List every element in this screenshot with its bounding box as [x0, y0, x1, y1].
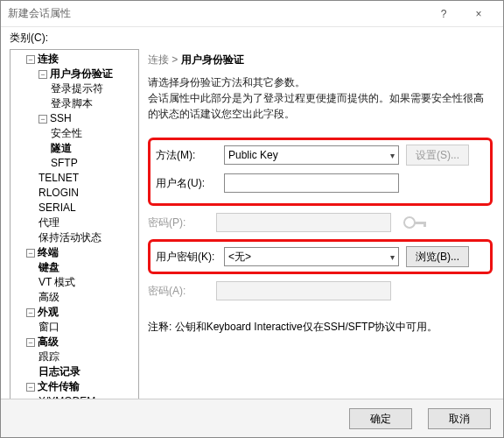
tree-advanced-t[interactable]: 高级 — [38, 290, 136, 305]
tree-vt[interactable]: VT 模式 — [38, 275, 136, 290]
chevron-down-icon: ▾ — [390, 252, 395, 262]
expander-icon[interactable]: − — [26, 338, 35, 347]
category-tree[interactable]: −连接 −用户身份验证 登录提示符 登录脚本 −SSH 安全性 隧道 SFTP — [10, 49, 139, 415]
userkey-value: <无> — [228, 250, 251, 265]
setup-button: 设置(S)... — [406, 145, 469, 166]
tree-telnet[interactable]: TELNET — [38, 171, 136, 186]
tree-connection[interactable]: 连接 — [38, 53, 59, 65]
tree-appearance[interactable]: 外观 — [38, 306, 59, 318]
tree-userauth[interactable]: 用户身份验证 — [50, 67, 113, 80]
tree-file-transfer[interactable]: 文件传输 — [38, 380, 80, 392]
tree-ssh[interactable]: SSH — [50, 112, 72, 124]
main-area: −连接 −用户身份验证 登录提示符 登录脚本 −SSH 安全性 隧道 SFTP — [1, 47, 503, 415]
category-label: 类别(C): — [1, 27, 503, 47]
highlight-method-username: 方法(M): Public Key ▾ 设置(S)... 用户名(U): — [148, 138, 493, 206]
userkey-select[interactable]: <无> ▾ — [224, 247, 399, 266]
username-label: 用户名(U): — [156, 176, 224, 191]
dialog-footer: 确定 取消 — [1, 399, 503, 437]
expander-icon[interactable]: − — [26, 249, 35, 258]
svg-point-0 — [404, 217, 415, 228]
password-input — [216, 213, 391, 232]
expander-icon[interactable]: − — [26, 308, 35, 317]
expander-icon[interactable]: − — [38, 115, 47, 124]
passphrase-input — [216, 281, 391, 300]
tree-proxy[interactable]: 代理 — [38, 215, 136, 230]
method-select[interactable]: Public Key ▾ — [224, 145, 399, 165]
tree-rlogin[interactable]: RLOGIN — [38, 186, 136, 201]
tree-login-prompt[interactable]: 登录提示符 — [51, 81, 136, 96]
expander-icon[interactable]: − — [38, 70, 47, 79]
expander-icon[interactable]: − — [26, 383, 35, 392]
title-bar: 新建会话属性 ? × — [1, 1, 503, 27]
highlight-userkey: 用户密钥(K): <无> ▾ 浏览(B)... — [148, 239, 493, 274]
tree-keepalive[interactable]: 保持活动状态 — [38, 230, 136, 245]
right-panel: 连接 > 用户身份验证 请选择身份验证方法和其它参数。 会话属性中此部分是为了登… — [139, 47, 503, 415]
tree-keyboard[interactable]: 键盘 — [38, 260, 136, 275]
window-title: 新建会话属性 — [8, 6, 426, 21]
crumb-current: 用户身份验证 — [181, 53, 244, 66]
tree-trace[interactable]: 跟踪 — [38, 350, 136, 364]
passphrase-label: 密码(A): — [148, 284, 216, 299]
key-icon — [398, 209, 433, 236]
tree-login-script[interactable]: 登录脚本 — [51, 96, 136, 111]
method-label: 方法(M): — [156, 148, 224, 163]
svg-rect-2 — [424, 222, 426, 227]
note-text: 注释: 公钥和Keyboard Interactive仅在SSH/SFTP协议中… — [148, 320, 493, 335]
expander-icon[interactable]: − — [26, 55, 35, 64]
desc-line1: 请选择身份验证方法和其它参数。 — [148, 74, 493, 90]
help-icon[interactable]: ? — [426, 2, 461, 26]
browse-button[interactable]: 浏览(B)... — [406, 246, 469, 267]
desc-line2: 会话属性中此部分是为了登录过程更便捷而提供的。如果需要安全性很高的状态的话建议您… — [148, 90, 493, 122]
chevron-down-icon: ▾ — [390, 151, 395, 160]
cancel-button[interactable]: 取消 — [428, 408, 491, 429]
tree-sftp[interactable]: SFTP — [51, 156, 136, 171]
crumb-root: 连接 — [148, 53, 169, 66]
tree-advanced[interactable]: 高级 — [38, 336, 59, 348]
ok-button[interactable]: 确定 — [349, 408, 412, 429]
tree-terminal[interactable]: 终端 — [38, 246, 59, 258]
tree-security[interactable]: 安全性 — [51, 126, 136, 141]
description: 请选择身份验证方法和其它参数。 会话属性中此部分是为了登录过程更便捷而提供的。如… — [148, 74, 493, 122]
close-icon[interactable]: × — [461, 2, 496, 26]
tree-serial[interactable]: SERIAL — [38, 201, 136, 215]
breadcrumb: 连接 > 用户身份验证 — [148, 51, 493, 74]
tree-log[interactable]: 日志记录 — [38, 364, 136, 379]
username-input[interactable] — [224, 173, 399, 193]
password-label: 密码(P): — [148, 215, 216, 230]
tree-tunnel[interactable]: 隧道 — [51, 141, 136, 156]
userkey-label: 用户密钥(K): — [156, 250, 224, 265]
method-value: Public Key — [228, 149, 278, 161]
tree-window[interactable]: 窗口 — [38, 320, 136, 335]
